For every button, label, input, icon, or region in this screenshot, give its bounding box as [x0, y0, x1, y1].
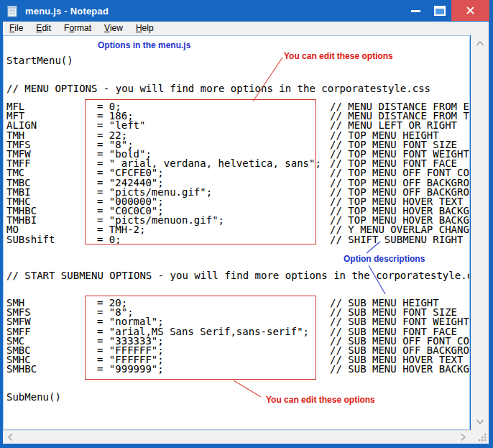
- var-name: SMHBC: [6, 365, 97, 374]
- menu-item-label: rmat: [74, 23, 91, 33]
- menu-item-label: iew: [110, 23, 123, 33]
- menu-item-label: ile: [14, 23, 23, 33]
- menu-item-label: V: [104, 23, 110, 33]
- close-button[interactable]: [451, 0, 489, 21]
- notepad-icon: [7, 5, 18, 17]
- var-name: TMHBI: [6, 216, 97, 225]
- code-row: SMHBC= "999999";// SUB MENU HOVER BACKGR…: [6, 365, 469, 374]
- chevron-down-icon[interactable]: [475, 419, 484, 425]
- code-line-menu-header: // MENU OPTIONS - you will find more opt…: [6, 84, 430, 93]
- minimize-button[interactable]: [404, 0, 428, 21]
- var-value: = 0;: [97, 235, 330, 244]
- minimize-icon: [411, 10, 420, 12]
- maximize-button[interactable]: [428, 0, 451, 21]
- menu-item-format[interactable]: Format: [57, 22, 98, 35]
- submenu-options-block: SMH= 20;// SUB MENU HEIGHT SMFS= "8";// …: [6, 298, 469, 375]
- menu-item-label: elp: [142, 23, 154, 33]
- chevron-right-icon[interactable]: [460, 433, 466, 442]
- chevron-left-icon[interactable]: [7, 433, 14, 442]
- scrollbar-corner: [471, 430, 489, 444]
- chevron-up-icon[interactable]: [475, 40, 484, 47]
- maximize-icon: [434, 6, 446, 16]
- menu-item-view[interactable]: View: [98, 22, 129, 35]
- var-comment: // SUB MENU HOVER BACKGROU: [330, 365, 470, 374]
- menu-item-help[interactable]: Help: [129, 22, 160, 35]
- var-value: = "left": [97, 121, 330, 130]
- menu-item-file[interactable]: File: [3, 22, 29, 35]
- menu-item-label: dit: [42, 23, 51, 33]
- close-icon: [466, 6, 474, 14]
- var-comment: // SHIFT SUBMENU RIGHT: [330, 235, 469, 244]
- window-title: menu.js - Notepad: [25, 6, 109, 17]
- title-bar[interactable]: menu.js - Notepad: [0, 0, 493, 22]
- code-line-submenu: SubMenu(): [6, 393, 61, 402]
- var-value: = "999999";: [97, 365, 330, 374]
- vertical-scrollbar[interactable]: [471, 35, 489, 430]
- code-line-startmenu: StartMenu(): [6, 56, 73, 65]
- text-editor[interactable]: StartMenu() // MENU OPTIONS - you will f…: [3, 35, 470, 430]
- notepad-window: menu.js - Notepad: [0, 0, 493, 448]
- menu-item-edit[interactable]: Edit: [29, 22, 57, 35]
- code-row: SUBshift= 0;// SHIFT SUBMENU RIGHT: [6, 235, 469, 244]
- menu-options-block: MFL= 0;// MENU DISTANCE FROM EDGE MFT= 1…: [6, 102, 469, 244]
- horizontal-scrollbar[interactable]: [3, 430, 471, 444]
- var-name: SUBshift: [6, 235, 97, 244]
- code-line-submenu-header: // START SUBMENU OPTIONS - you will find…: [6, 271, 470, 280]
- menu-item-label: H: [136, 23, 142, 33]
- menu-bar: File Edit Format View Help: [3, 22, 489, 35]
- window-controls: [404, 0, 489, 21]
- var-value: = TMH-2;: [97, 225, 330, 234]
